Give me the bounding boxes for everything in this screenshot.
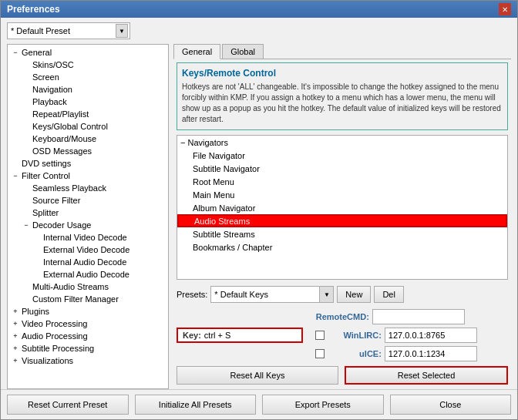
left-tree-item-ext-video[interactable]: External Video Decode: [8, 244, 168, 256]
nav-tree-item-label: Root Menu: [193, 177, 234, 186]
remote-cmd-input[interactable]: [372, 309, 465, 324]
bottom-bar: Reset Current Preset Initialize All Pres…: [1, 389, 517, 419]
preset-dropdown-arrow[interactable]: ▼: [116, 24, 128, 38]
presets-label: Presets:: [177, 290, 207, 299]
expand-icon: [22, 109, 31, 119]
nav-tree-item-subtitle-streams[interactable]: Subtitle Streams: [177, 227, 507, 240]
left-panel: −GeneralSkins/OSCScreenNavigationPlaybac…: [7, 44, 169, 389]
left-tree-item-general[interactable]: −General: [8, 46, 168, 59]
winlirc-row: WinLIRC:: [315, 328, 477, 343]
expand-icon: [22, 294, 31, 304]
expand-icon: [11, 159, 20, 168]
left-tree-item-multi-audio[interactable]: Multi-Audio Streams: [8, 281, 168, 293]
nav-tree-item-album-nav[interactable]: Album Navigator: [177, 201, 507, 214]
reset-current-preset-button[interactable]: Reset Current Preset: [7, 395, 129, 415]
left-tree-item-dvd[interactable]: DVD settings: [8, 157, 168, 170]
expand-icon: [22, 97, 31, 106]
nav-tree-item-label: Main Menu: [193, 190, 234, 200]
nav-tree-item-label: Navigators: [187, 138, 228, 147]
reset-all-keys-button[interactable]: Reset All Keys: [177, 366, 338, 385]
left-tree-item-plugins[interactable]: +Plugins: [8, 305, 168, 318]
nav-tree-item-label: File Navigator: [193, 151, 245, 160]
tree-item-label: Visualizations: [22, 356, 73, 365]
left-tree-scroll[interactable]: −GeneralSkins/OSCScreenNavigationPlaybac…: [8, 45, 168, 388]
left-tree-item-screen[interactable]: Screen: [8, 71, 168, 83]
tree-item-label: Decoder Usage: [32, 220, 91, 230]
uice-checkbox[interactable]: [315, 349, 325, 358]
tree-item-label: OSD Messages: [32, 146, 92, 156]
del-preset-button[interactable]: Del: [374, 286, 404, 303]
tree-item-label: Skins/OSC: [32, 60, 74, 69]
tree-item-label: Video Processing: [22, 319, 87, 328]
nav-tree-item-root-menu[interactable]: Root Menu: [177, 175, 507, 188]
remote-section: RemoteCMD: WinLIRC: uICE:: [315, 309, 477, 361]
tree-item-label: Playback: [32, 97, 67, 106]
nav-tree-item-bookmarks[interactable]: Bookmarks / Chapter: [177, 240, 507, 254]
tab-general[interactable]: General: [173, 44, 220, 59]
left-tree-item-osd[interactable]: OSD Messages: [8, 145, 168, 157]
key-input[interactable]: [204, 331, 297, 340]
left-tree-item-keys-global[interactable]: Keys/Global Control: [8, 120, 168, 133]
tab-global[interactable]: Global: [222, 44, 264, 59]
reset-selected-button[interactable]: Reset Selected: [345, 366, 508, 385]
left-tree-item-audio-proc[interactable]: +Audio Processing: [8, 330, 168, 342]
tree-item-label: Internal Video Decode: [43, 233, 127, 242]
nav-tree-item-audio-streams[interactable]: Audio Streams: [177, 214, 507, 227]
nav-tree-item-navigators[interactable]: −Navigators: [177, 136, 507, 149]
left-tree-item-skins[interactable]: Skins/OSC: [8, 59, 168, 71]
nav-tree-section: −NavigatorsFile NavigatorSubtitle Naviga…: [177, 135, 508, 280]
preset-dropdown[interactable]: * Default Preset ▼: [7, 22, 130, 39]
left-tree-item-video-proc[interactable]: +Video Processing: [8, 318, 168, 330]
export-presets-button[interactable]: Export Presets: [262, 395, 384, 415]
expand-icon: [22, 134, 31, 143]
presets-arrow-icon[interactable]: ▼: [319, 287, 333, 302]
key-box: Key:: [177, 328, 303, 343]
window-close-button[interactable]: ✕: [499, 3, 511, 15]
reset-row: Reset All Keys Reset Selected: [177, 365, 508, 386]
expand-icon: [32, 270, 42, 279]
winlirc-input[interactable]: [385, 328, 477, 343]
nav-tree-item-file-nav[interactable]: File Navigator: [177, 149, 507, 162]
presets-select[interactable]: * Default Keys ▼: [210, 286, 334, 303]
expand-icon: −: [11, 48, 20, 57]
tree-item-label: Keyboard/Mouse: [32, 134, 96, 143]
left-tree-item-visualizations[interactable]: +Visualizations: [8, 354, 168, 367]
left-tree-item-int-video[interactable]: Internal Video Decode: [8, 231, 168, 244]
left-tree-item-navigation[interactable]: Navigation: [8, 83, 168, 96]
uice-input[interactable]: [385, 346, 477, 361]
keys-remote-section: Keys/Remote Control Hotkeys are not 'ALL…: [177, 62, 508, 130]
new-preset-button[interactable]: New: [337, 286, 371, 303]
left-tree-item-subtitle-proc[interactable]: +Subtitle Processing: [8, 342, 168, 354]
left-tree-item-repeat[interactable]: Repeat/Playlist: [8, 108, 168, 120]
nav-tree-scroll[interactable]: −NavigatorsFile NavigatorSubtitle Naviga…: [177, 136, 507, 279]
tree-item-label: Navigation: [32, 85, 72, 94]
left-tree-item-seamless[interactable]: Seamless Playback: [8, 182, 168, 194]
expand-icon: [22, 183, 31, 193]
tree-item-label: DVD settings: [22, 159, 71, 168]
nav-tree-item-main-menu[interactable]: Main Menu: [177, 188, 507, 201]
preferences-window: Preferences ✕ * Default Preset ▼ −Genera…: [0, 0, 518, 420]
left-tree-item-keyboard[interactable]: Keyboard/Mouse: [8, 133, 168, 145]
winlirc-checkbox[interactable]: [315, 331, 325, 340]
tabs-row: General Global: [173, 44, 511, 59]
expand-icon: +: [11, 331, 20, 341]
expand-icon: [22, 122, 31, 131]
title-bar: Preferences ✕: [1, 1, 517, 18]
close-button[interactable]: Close: [390, 395, 512, 415]
left-tree-item-filter[interactable]: −Filter Control: [8, 170, 168, 182]
expand-icon: [22, 282, 31, 291]
left-tree-item-custom-filter[interactable]: Custom Filter Manager: [8, 293, 168, 305]
left-tree-item-playback[interactable]: Playback: [8, 96, 168, 108]
initialize-all-presets-button[interactable]: Initialize All Presets: [135, 395, 257, 415]
left-tree-item-int-audio[interactable]: Internal Audio Decode: [8, 256, 168, 268]
tree-item-label: Screen: [32, 72, 59, 82]
left-tree-item-decoder[interactable]: −Decoder Usage: [8, 219, 168, 231]
nav-tree-item-label: Audio Streams: [194, 217, 250, 226]
tree-item-label: Seamless Playback: [32, 183, 106, 193]
left-tree-item-source[interactable]: Source Filter: [8, 194, 168, 207]
nav-tree-item-label: Bookmarks / Chapter: [193, 243, 272, 252]
left-tree-item-splitter[interactable]: Splitter: [8, 207, 168, 219]
keys-remote-title: Keys/Remote Control: [182, 68, 503, 79]
nav-tree-item-subtitle-nav[interactable]: Subtitle Navigator: [177, 162, 507, 175]
left-tree-item-ext-audio[interactable]: External Audio Decode: [8, 268, 168, 281]
